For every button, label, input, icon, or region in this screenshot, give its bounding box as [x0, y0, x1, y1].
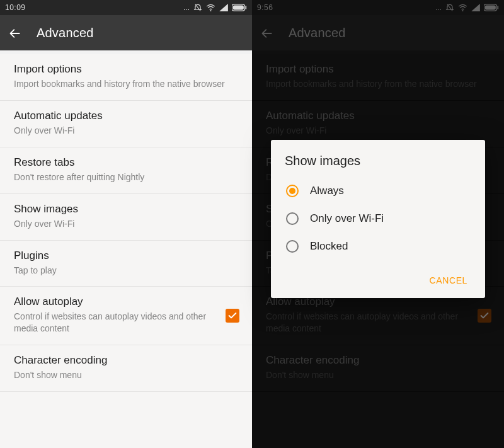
page-title: Advanced [37, 26, 94, 40]
dialog-title: Show images [284, 154, 472, 168]
app-bar: Advanced [0, 15, 252, 50]
setting-subtitle: Import bookmarks and history from the na… [14, 78, 238, 90]
setting-title: Automatic updates [14, 110, 238, 122]
setting-plugins[interactable]: Plugins Tap to play [0, 241, 252, 287]
signal-icon [219, 4, 228, 11]
radio-selected-icon[interactable] [286, 185, 299, 197]
checkbox-checked-icon[interactable] [226, 309, 239, 323]
svg-point-0 [210, 10, 212, 11]
setting-subtitle: Don't show menu [14, 369, 238, 381]
settings-list[interactable]: Import options Import bookmarks and hist… [0, 54, 252, 448]
battery-icon [232, 4, 247, 11]
radio-label: Only over Wi-Fi [310, 212, 384, 225]
setting-subtitle: Tap to play [14, 265, 238, 277]
setting-restore-tabs[interactable]: Restore tabs Don't restore after quittin… [0, 147, 252, 194]
setting-allow-autoplay[interactable]: Allow autoplay Control if websites can a… [0, 287, 252, 345]
status-icons: ... [183, 3, 247, 12]
setting-automatic-updates[interactable]: Automatic updates Only over Wi-Fi [0, 101, 252, 147]
cancel-button[interactable]: CANCEL [425, 269, 472, 292]
setting-subtitle: Control if websites can autoplay videos … [14, 311, 213, 335]
setting-title: Allow autoplay [14, 296, 213, 308]
setting-subtitle: Don't restore after quitting Nightly [14, 171, 238, 183]
alarm-off-icon [193, 3, 202, 12]
setting-title: Import options [14, 63, 238, 76]
radio-label: Blocked [310, 240, 348, 253]
svg-rect-2 [233, 6, 244, 10]
setting-title: Plugins [14, 250, 238, 262]
settings-pane-left: 10:09 ... Advanced Import options Import… [0, 0, 252, 448]
setting-character-encoding[interactable]: Character encoding Don't show menu [0, 345, 252, 392]
settings-pane-right: 9:56 ... Advanced Import options [252, 0, 504, 448]
radio-option-always[interactable]: Always [284, 177, 472, 205]
status-bar: 10:09 ... [0, 0, 252, 15]
setting-title: Restore tabs [14, 156, 238, 169]
show-images-dialog: Show images Always Only over Wi-Fi Block… [271, 140, 485, 298]
setting-subtitle: Only over Wi-Fi [14, 218, 238, 230]
setting-import-options[interactable]: Import options Import bookmarks and hist… [0, 54, 252, 101]
radio-label: Always [310, 185, 344, 197]
back-icon[interactable] [9, 26, 21, 39]
setting-show-images[interactable]: Show images Only over Wi-Fi [0, 194, 252, 241]
wifi-icon [206, 4, 215, 11]
dialog-actions: CANCEL [284, 260, 472, 292]
setting-title: Character encoding [14, 354, 238, 367]
radio-option-wifi[interactable]: Only over Wi-Fi [284, 205, 472, 233]
setting-title: Show images [14, 203, 238, 215]
radio-option-blocked[interactable]: Blocked [284, 233, 472, 260]
setting-subtitle: Only over Wi-Fi [14, 125, 238, 137]
status-time: 10:09 [5, 3, 26, 12]
svg-rect-3 [245, 6, 246, 9]
radio-unselected-icon[interactable] [286, 240, 299, 253]
radio-unselected-icon[interactable] [286, 212, 299, 225]
status-dots-icon: ... [183, 3, 190, 12]
